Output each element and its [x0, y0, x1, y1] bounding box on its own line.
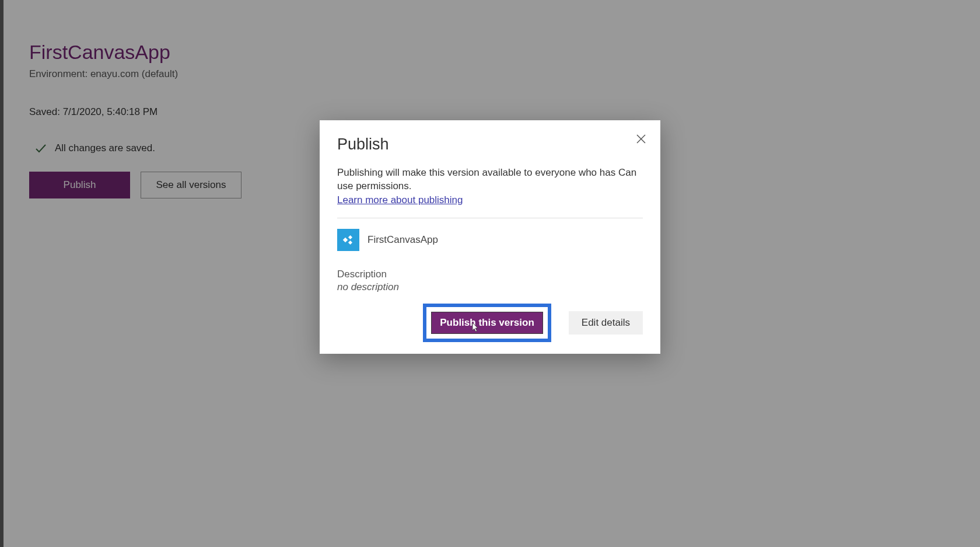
learn-more-link[interactable]: Learn more about publishing: [337, 194, 463, 206]
edit-details-button[interactable]: Edit details: [569, 311, 643, 335]
canvas-app-icon: [337, 229, 359, 251]
publish-this-version-button[interactable]: Publish this version: [431, 312, 543, 334]
divider: [337, 218, 643, 218]
description-value: no description: [337, 281, 643, 293]
modal-overlay[interactable]: Publish Publishing will make this versio…: [0, 0, 980, 547]
app-info-row: FirstCanvasApp: [337, 229, 643, 251]
close-icon: [636, 134, 646, 146]
dialog-title: Publish: [337, 135, 643, 154]
close-button[interactable]: [632, 131, 650, 148]
highlight-frame: Publish this version: [423, 304, 551, 342]
publish-dialog: Publish Publishing will make this versio…: [320, 120, 660, 354]
dialog-button-row: Publish this version Edit details: [337, 304, 643, 342]
svg-rect-3: [348, 235, 352, 239]
dialog-app-name: FirstCanvasApp: [368, 234, 438, 246]
dialog-description: Publishing will make this version availa…: [337, 166, 643, 193]
description-label: Description: [337, 269, 643, 280]
svg-rect-4: [348, 241, 352, 245]
svg-rect-2: [343, 238, 348, 242]
